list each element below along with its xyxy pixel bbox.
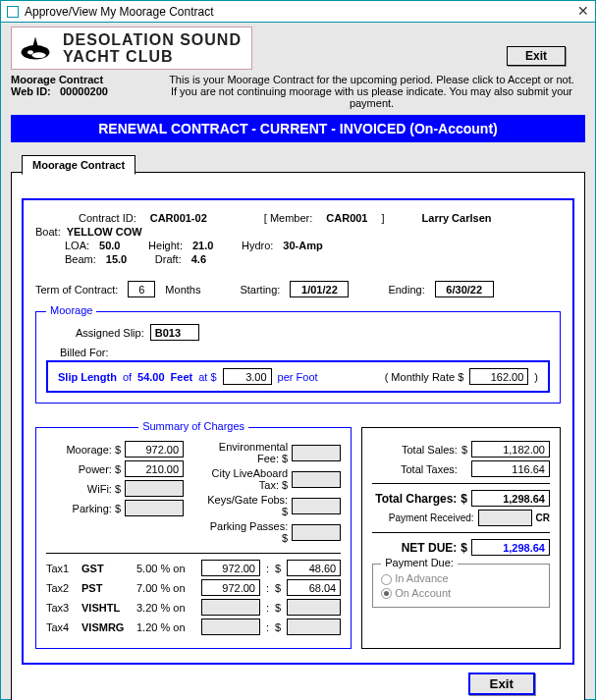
webid-label: Web ID: — [11, 85, 51, 97]
loa-value: 50.0 — [99, 240, 138, 251]
start-date[interactable]: 1/01/22 — [290, 281, 349, 297]
member-label: [ Member: — [264, 212, 313, 224]
term-label: Term of Contract: — [35, 284, 118, 296]
la-tax[interactable] — [292, 471, 341, 488]
tax-name: VISHTL — [81, 602, 131, 614]
power-charge-label: Power: $ — [46, 463, 121, 475]
months-label: Months — [165, 284, 200, 296]
height-label: Height: — [148, 240, 183, 251]
total-charges-label: Total Charges: — [372, 492, 457, 506]
tax-amount[interactable] — [287, 619, 341, 635]
contract-id: CAR001-02 — [150, 212, 207, 224]
keys-label: Keys/Gate Fobs: $ — [203, 494, 288, 517]
webid-value: 00000200 — [60, 85, 108, 97]
draft-value: 4.6 — [191, 253, 206, 265]
at-label: at $ — [198, 371, 216, 383]
net-due: 1,298.64 — [471, 539, 550, 556]
assigned-slip[interactable]: B013 — [150, 324, 199, 341]
radio-in-advance[interactable] — [381, 574, 392, 585]
payment-rcvd[interactable] — [478, 510, 532, 526]
club-name-line1: DESOLATION SOUND — [63, 31, 242, 48]
main-panel: Moorage Contract Contract ID: CAR001-02 … — [11, 172, 585, 700]
tax-pct: 1.20 % on — [136, 621, 195, 633]
starting-label: Starting: — [240, 284, 280, 296]
la-tax-label: City LiveAboard Tax: $ — [203, 467, 288, 491]
radio-on-account[interactable] — [381, 588, 392, 599]
moorage-charge[interactable]: 972.00 — [125, 441, 184, 458]
net-due-label: NET DUE: — [372, 541, 457, 555]
end-date[interactable]: 6/30/22 — [435, 281, 494, 297]
monthly-rate[interactable]: 162.00 — [469, 368, 528, 385]
feet-label: Feet — [171, 371, 193, 383]
on-account-label: On Account — [395, 587, 451, 599]
beam-value: 15.0 — [106, 253, 145, 265]
cr-label: CR — [536, 512, 550, 523]
tax-base[interactable]: 972.00 — [201, 560, 260, 576]
totals-fieldset: Total Sales:$1,182.00 Total Taxes:$116.6… — [361, 427, 561, 649]
svg-point-2 — [31, 52, 45, 58]
subheader-title: Moorage Contract — [11, 74, 158, 85]
boat-name: YELLOW COW — [67, 226, 142, 238]
tax-index: Tax1 — [46, 563, 76, 574]
parking-charge[interactable] — [125, 500, 184, 516]
tax-amount[interactable]: 48.60 — [287, 560, 341, 576]
notice-line1: This is your Moorage Contract for the up… — [158, 74, 585, 85]
wifi-charge[interactable] — [125, 480, 184, 497]
tax-row: Tax3VISHTL3.20 % on:$ — [46, 599, 341, 616]
hydro-value: 30-Amp — [283, 240, 322, 251]
contract-id-label: Contract ID: — [79, 212, 136, 224]
payment-due-legend: Payment Due: — [381, 557, 458, 568]
total-sales: 1,182.00 — [471, 441, 550, 458]
window-title: Approve/View My Moorage Contract — [25, 5, 214, 19]
tax-index: Tax2 — [46, 582, 76, 594]
status-banner: RENEWAL CONTRACT - CURRENT - INVOICED (O… — [11, 115, 585, 142]
payment-due-group: Payment Due: In Advance On Account — [372, 564, 550, 608]
orca-icon — [18, 33, 53, 63]
close-icon[interactable]: ✕ — [577, 3, 589, 19]
rate-per-foot[interactable]: 3.00 — [223, 368, 272, 385]
tax-row: Tax4VISMRG1.20 % on:$ — [46, 619, 341, 635]
payment-rcvd-label: Payment Received: — [372, 512, 473, 523]
tax-amount[interactable]: 68.04 — [287, 579, 341, 596]
power-charge[interactable]: 210.00 — [125, 460, 184, 477]
club-name-line2: YACHT CLUB — [63, 48, 242, 65]
in-advance-label: In Advance — [395, 572, 448, 584]
total-charges: 1,298.64 — [471, 490, 550, 507]
tax-pct: 5.00 % on — [136, 563, 195, 574]
env-fee-label: Environmental Fee: $ — [203, 441, 288, 464]
hydro-label: Hydro: — [242, 240, 273, 251]
tax-name: GST — [81, 563, 131, 574]
total-taxes: 116.64 — [471, 460, 550, 477]
env-fee[interactable] — [292, 445, 341, 461]
total-sales-label: Total Sales: — [372, 444, 458, 456]
exit-button-top[interactable]: Exit — [507, 46, 566, 66]
wifi-charge-label: WiFi: $ — [46, 483, 121, 495]
tax-base[interactable]: 972.00 — [201, 579, 260, 596]
charges-legend: Summary of Charges — [138, 420, 248, 432]
passes-label: Parking Passes: $ — [203, 520, 288, 544]
moorage-charge-label: Moorage: $ — [46, 444, 121, 456]
tax-base[interactable] — [201, 599, 260, 616]
club-logo-box: DESOLATION SOUND YACHT CLUB — [11, 27, 252, 70]
slip-length: 54.00 — [137, 371, 165, 383]
passes-charge[interactable] — [292, 524, 341, 541]
term-months[interactable]: 6 — [128, 281, 155, 297]
per-foot-label: per Foot — [278, 371, 318, 383]
member-bracket-close: ] — [381, 212, 384, 224]
keys-charge[interactable] — [292, 498, 341, 514]
tax-index: Tax3 — [46, 602, 76, 614]
tab-moorage-contract[interactable]: Moorage Contract — [22, 155, 135, 175]
slip-length-label: Slip Length — [58, 371, 117, 383]
monthly-close: ) — [534, 371, 538, 383]
member-name: Larry Carlsen — [422, 212, 492, 224]
charges-fieldset: Summary of Charges Moorage: $972.00 Powe… — [35, 427, 352, 649]
notice-line2: If you are not continuing moorage with u… — [158, 85, 585, 109]
svg-point-1 — [27, 50, 33, 54]
boat-label: Boat: — [35, 226, 61, 238]
total-taxes-label: Total Taxes: — [372, 463, 458, 475]
tax-amount[interactable] — [287, 599, 341, 616]
assigned-slip-label: Assigned Slip: — [76, 327, 144, 339]
beam-label: Beam: — [65, 253, 96, 265]
exit-button-bottom[interactable]: Exit — [468, 673, 535, 695]
tax-base[interactable] — [201, 619, 260, 635]
